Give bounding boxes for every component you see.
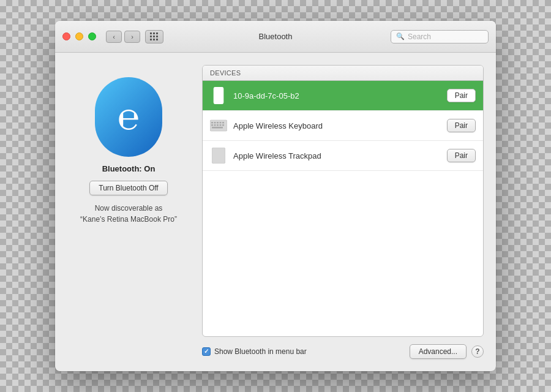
svg-rect-3: [217, 88, 220, 89]
phone-icon: [210, 87, 227, 104]
nav-buttons: ‹ ›: [106, 31, 140, 43]
grid-icon: [150, 32, 159, 41]
right-panel: Devices 10-9a-dd-7c-05-b2 Pair: [202, 65, 484, 359]
show-in-menu-bar-checkbox[interactable]: ✓: [202, 347, 211, 356]
svg-rect-12: [217, 124, 219, 126]
maximize-button[interactable]: [88, 32, 96, 40]
devices-panel: Devices 10-9a-dd-7c-05-b2 Pair: [202, 65, 484, 337]
search-input[interactable]: [408, 32, 483, 41]
svg-rect-8: [220, 122, 222, 124]
device-name: 10-9a-dd-7c-05-b2: [233, 91, 441, 100]
pair-button-1[interactable]: Pair: [447, 89, 476, 102]
search-box[interactable]: 🔍: [391, 30, 489, 43]
forward-button[interactable]: ›: [124, 31, 140, 43]
svg-rect-1: [215, 89, 222, 100]
back-icon: ‹: [113, 33, 115, 40]
svg-rect-10: [211, 124, 213, 126]
device-row[interactable]: 10-9a-dd-7c-05-b2 Pair: [203, 81, 483, 111]
discoverable-text: Now discoverable as “Kane’s Retina MacBo…: [80, 203, 177, 225]
bluetooth-window: ‹ › Bluetooth 🔍 ℮ Bluetooth: On T: [55, 21, 496, 371]
pair-button-2[interactable]: Pair: [447, 119, 476, 132]
device-row[interactable]: Apple Wireless Keyboard Pair: [203, 111, 483, 141]
device-name: Apple Wireless Keyboard: [233, 121, 441, 130]
back-button[interactable]: ‹: [106, 31, 122, 43]
svg-rect-16: [212, 148, 225, 164]
show-in-menu-bar-text: Show Bluetooth in menu bar: [214, 347, 307, 356]
keyboard-icon: [210, 117, 227, 134]
advanced-button[interactable]: Advanced...: [410, 344, 467, 359]
svg-rect-5: [211, 122, 213, 124]
minimize-button[interactable]: [75, 32, 83, 40]
svg-rect-11: [214, 124, 216, 126]
trackpad-icon: [210, 147, 227, 164]
help-button[interactable]: ?: [471, 345, 484, 358]
checkmark-icon: ✓: [204, 349, 209, 355]
app-grid-button[interactable]: [145, 30, 163, 43]
bluetooth-icon: ℮: [95, 77, 162, 157]
traffic-lights: [62, 32, 96, 40]
device-name: Apple Wireless Trackpad: [233, 151, 441, 160]
svg-rect-9: [222, 122, 224, 124]
close-button[interactable]: [62, 32, 70, 40]
titlebar: ‹ › Bluetooth 🔍: [55, 21, 496, 53]
devices-header: Devices: [203, 66, 483, 81]
left-panel: ℮ Bluetooth: On Turn Bluetooth Off Now d…: [67, 65, 190, 359]
svg-rect-13: [220, 124, 222, 126]
discoverable-line1: Now discoverable as: [95, 204, 163, 213]
window-title: Bluetooth: [259, 32, 293, 41]
svg-rect-7: [217, 122, 219, 124]
show-in-menu-bar-label[interactable]: ✓ Show Bluetooth in menu bar: [202, 347, 307, 356]
svg-rect-15: [212, 127, 223, 129]
bluetooth-status-label: Bluetooth: On: [102, 164, 156, 173]
device-row[interactable]: Apple Wireless Trackpad Pair: [203, 141, 483, 171]
bluetooth-symbol: ℮: [118, 99, 140, 135]
pair-button-3[interactable]: Pair: [447, 149, 476, 162]
svg-rect-14: [222, 124, 224, 126]
svg-point-2: [218, 102, 220, 104]
bottom-bar: ✓ Show Bluetooth in menu bar Advanced...…: [202, 337, 484, 359]
forward-icon: ›: [131, 33, 133, 40]
window-content: ℮ Bluetooth: On Turn Bluetooth Off Now d…: [55, 53, 496, 371]
discoverable-line2: “Kane’s Retina MacBook Pro”: [80, 215, 177, 224]
turn-bluetooth-off-button[interactable]: Turn Bluetooth Off: [89, 181, 167, 195]
svg-rect-6: [214, 122, 216, 124]
search-icon: 🔍: [396, 32, 405, 40]
